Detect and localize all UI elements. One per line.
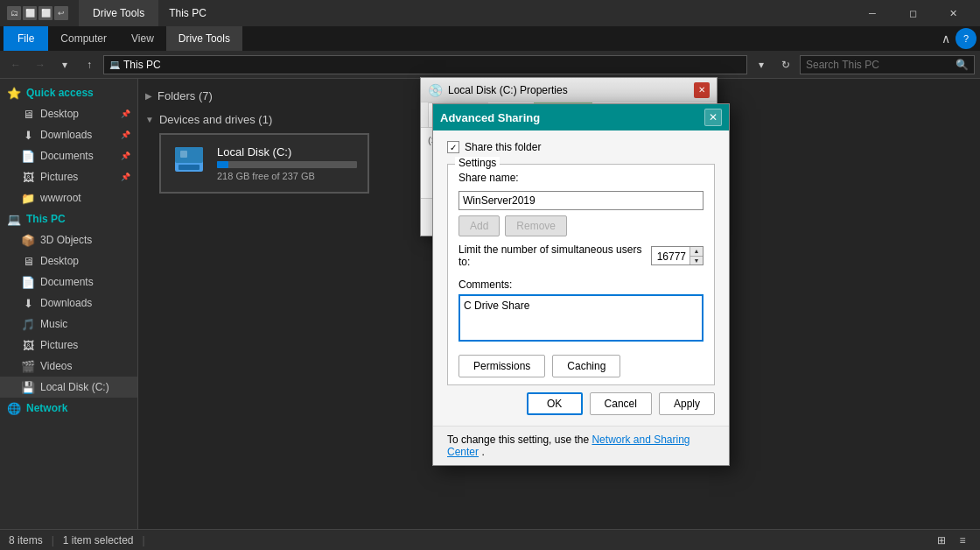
sidebar-item-desktop[interactable]: 🖥 Desktop	[0, 250, 137, 271]
forward-button[interactable]: →	[30, 54, 51, 75]
add-button[interactable]: Add	[458, 215, 500, 236]
sidebar-quick-access[interactable]: ⭐ Quick access	[0, 82, 137, 103]
sidebar-item-downloads-qa[interactable]: ⬇ Downloads 📌	[0, 124, 137, 145]
desktop-label: Desktop	[40, 255, 79, 267]
sidebar-item-pictures[interactable]: 🖼 Pictures	[0, 335, 137, 356]
documents-pin-icon: 📌	[121, 152, 130, 160]
downloads-label: Downloads	[40, 297, 92, 309]
help-button[interactable]: ?	[956, 28, 976, 49]
music-label: Music	[40, 318, 67, 330]
drive-bar-fill	[217, 161, 228, 168]
pictures-qa-label: Pictures	[40, 171, 78, 183]
computer-tab-label: Computer	[60, 32, 107, 45]
sidebar-item-downloads[interactable]: ⬇ Downloads	[0, 293, 137, 314]
cancel-button[interactable]: Cancel	[590, 392, 652, 415]
sidebar-item-documents-qa[interactable]: 📄 Documents 📌	[0, 145, 137, 166]
desktop-qa-icon: 🖥	[21, 108, 35, 121]
sidebar-item-pictures-qa[interactable]: 🖼 Pictures 📌	[0, 166, 137, 187]
window-controls: ─ ◻ ✕	[852, 0, 973, 26]
pictures-pin-icon: 📌	[121, 173, 130, 181]
path-text: This PC	[123, 59, 161, 71]
back-button[interactable]: ←	[5, 54, 26, 75]
address-bar: ← → ▾ ↑ 💻 This PC ▾ ↻ 🔍	[0, 51, 980, 79]
spinner-up-button[interactable]: ▲	[690, 247, 703, 257]
drive-name: Local Disk (C:)	[217, 145, 357, 159]
address-dropdown-button[interactable]: ▾	[751, 54, 772, 75]
sidebar-item-documents[interactable]: 📄 Documents	[0, 271, 137, 293]
file-tab-label: File	[18, 32, 34, 45]
devices-chevron: ▼	[145, 115, 154, 124]
sidebar-item-desktop-qa[interactable]: 🖥 Desktop 📌	[0, 103, 137, 124]
sidebar-item-videos[interactable]: 🎬 Videos	[0, 356, 137, 377]
advanced-sharing-footer: To change this setting, use the Network …	[433, 426, 729, 465]
documents-qa-icon: 📄	[21, 150, 35, 163]
local-disk-icon: 💾	[21, 381, 35, 394]
comments-textarea[interactable]: C Drive Share	[458, 294, 704, 342]
sidebar-item-music[interactable]: 🎵 Music	[0, 314, 137, 335]
documents-qa-label: Documents	[40, 150, 94, 162]
share-checkbox[interactable]: ✓	[447, 141, 459, 153]
documents-label: Documents	[40, 276, 94, 288]
view-controls: ⊞ ≡	[933, 532, 971, 549]
up-button[interactable]: ↑	[79, 54, 100, 75]
local-disk-item[interactable]: Local Disk (C:) 218 GB free of 237 GB	[159, 133, 369, 194]
remove-button[interactable]: Remove	[505, 215, 567, 236]
ribbon-collapse-button[interactable]: ∧	[936, 32, 956, 46]
svg-rect-3	[180, 151, 187, 158]
settings-group-label: Settings	[455, 157, 500, 169]
advanced-sharing-close-button[interactable]: ✕	[704, 109, 722, 126]
pictures-qa-icon: 🖼	[21, 171, 35, 184]
address-path[interactable]: 💻 This PC	[103, 55, 747, 74]
properties-title-bar: 💿 Local Disk (C:) Properties ✕	[421, 78, 717, 102]
tb-icon4[interactable]: ↩	[54, 6, 68, 20]
sidebar-item-wwwroot[interactable]: 📁 wwwroot	[0, 187, 137, 208]
refresh-button[interactable]: ↻	[775, 54, 796, 75]
music-icon: 🎵	[21, 318, 35, 331]
spinner-down-button[interactable]: ▼	[690, 257, 703, 265]
title-bar: 🗂 ⬜ ⬜ ↩ Drive Tools This PC ─ ◻ ✕	[0, 0, 980, 26]
list-view-button[interactable]: ≡	[954, 532, 971, 549]
dropdown-button[interactable]: ▾	[54, 54, 75, 75]
network-label: Network	[26, 402, 67, 414]
restore-button[interactable]: ◻	[892, 0, 933, 26]
status-separator-2: |	[143, 534, 145, 546]
tab-manage[interactable]: Drive Tools	[79, 0, 158, 26]
ribbon-tab-computer[interactable]: Computer	[48, 26, 119, 51]
permissions-button[interactable]: Permissions	[458, 355, 545, 377]
this-pc-icon: 💻	[7, 213, 21, 226]
svg-rect-2	[178, 165, 200, 170]
ribbon-tab-view[interactable]: View	[119, 26, 166, 51]
properties-close-button[interactable]: ✕	[694, 82, 710, 98]
tb-icon2[interactable]: ⬜	[23, 6, 37, 20]
share-name-input-row	[458, 191, 704, 210]
search-input[interactable]	[806, 59, 952, 71]
selected-count: 1 item selected	[63, 534, 134, 546]
drive-info: Local Disk (C:) 218 GB free of 237 GB	[217, 145, 357, 181]
share-checkbox-row: ✓ Share this folder	[447, 141, 715, 153]
spinner-arrows: ▲ ▼	[690, 247, 703, 264]
desktop-icon: 🖥	[21, 255, 35, 268]
folders-chevron: ▶	[145, 91, 152, 101]
sidebar-item-local-disk[interactable]: 💾 Local Disk (C:)	[0, 377, 137, 398]
sidebar-item-3d-objects[interactable]: 📦 3D Objects	[0, 229, 137, 250]
limit-label: Limit the number of simultaneous users t…	[458, 243, 644, 268]
close-button[interactable]: ✕	[933, 0, 973, 26]
wwwroot-label: wwwroot	[40, 192, 81, 204]
minimize-button[interactable]: ─	[852, 0, 892, 26]
grid-view-button[interactable]: ⊞	[933, 532, 950, 549]
tb-icon3[interactable]: ⬜	[38, 6, 52, 20]
advanced-sharing-dialog[interactable]: Advanced Sharing ✕ ✓ Share this folder S…	[432, 103, 730, 466]
add-remove-buttons: Add Remove	[458, 215, 704, 236]
apply-button[interactable]: Apply	[659, 392, 715, 415]
share-name-input[interactable]	[458, 191, 704, 210]
ribbon-tab-file[interactable]: File	[4, 26, 48, 51]
share-name-row: Share name:	[458, 172, 704, 184]
ok-button[interactable]: OK	[527, 392, 583, 415]
sidebar-this-pc[interactable]: 💻 This PC	[0, 208, 137, 229]
share-name-label: Share name:	[458, 172, 528, 184]
downloads-qa-label: Downloads	[40, 129, 92, 141]
ribbon-tab-drive-tools[interactable]: Drive Tools	[166, 26, 242, 51]
status-bar: 8 items | 1 item selected | ⊞ ≡	[0, 529, 980, 550]
sidebar-network[interactable]: 🌐 Network	[0, 398, 137, 419]
caching-button[interactable]: Caching	[552, 355, 620, 377]
